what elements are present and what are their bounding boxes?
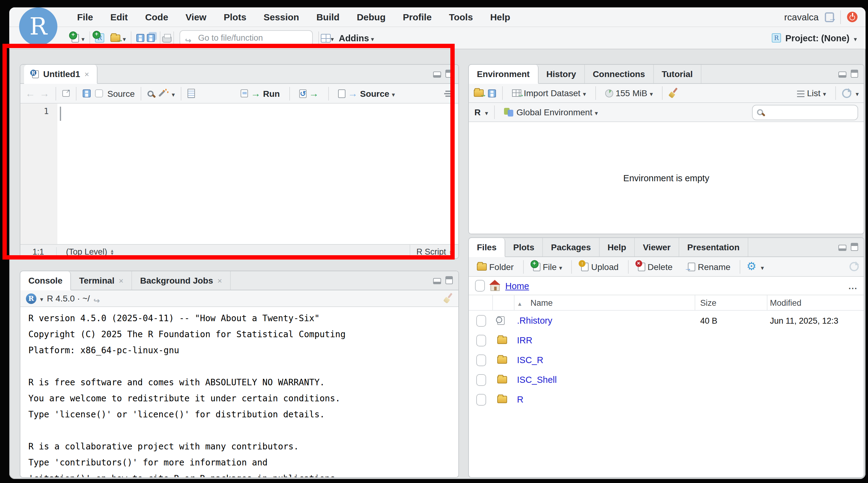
open-directory-icon[interactable] [93,295,102,302]
menu-file[interactable]: File [68,12,102,22]
file-type-selector[interactable]: R Script [410,245,458,259]
menu-debug[interactable]: Debug [348,12,394,22]
chevron-down-icon[interactable] [761,261,764,272]
go-to-file-box[interactable] [180,30,313,46]
forward-icon[interactable]: → [39,88,49,99]
file-row[interactable]: R [469,390,864,409]
new-blank-file-button[interactable]: File [530,261,565,272]
menu-session[interactable]: Session [255,12,308,22]
chevron-down-icon[interactable] [856,88,859,99]
menu-plots[interactable]: Plots [215,12,255,22]
tab-connections[interactable]: Connections [585,65,654,83]
list-view-selector[interactable]: List [794,88,829,99]
close-icon[interactable]: × [217,276,222,285]
document-outline-icon[interactable] [444,90,454,97]
tab-help[interactable]: Help [600,238,635,256]
file-row[interactable]: ISC_R [469,350,864,370]
source-on-save-checkbox[interactable] [95,89,103,97]
save-all-icon[interactable] [147,34,155,42]
tab-packages[interactable]: Packages [543,238,599,256]
menu-edit[interactable]: Edit [102,12,137,22]
open-in-new-window-icon[interactable] [62,90,70,97]
go-to-file-input[interactable] [198,33,297,42]
source-button[interactable]: → Source [335,88,398,99]
code-tools-wand-icon[interactable] [158,89,167,98]
code-editor[interactable]: 1 [20,103,458,244]
path-more-button[interactable]: ... [848,281,858,291]
header-modified[interactable]: Modified [768,295,864,310]
file-row[interactable]: .Rhistory 40 B Jun 11, 2025, 12:3 [469,311,864,330]
new-folder-button[interactable]: Folder [474,262,517,271]
minimize-pane-icon[interactable] [433,278,441,284]
find-replace-icon[interactable] [148,90,154,96]
tab-files[interactable]: Files [469,238,505,257]
save-icon[interactable] [136,34,144,42]
menu-build[interactable]: Build [308,12,348,22]
row-checkbox[interactable] [476,374,486,386]
gear-icon[interactable] [746,261,756,272]
addins-button[interactable]: Addins [339,33,369,43]
upload-button[interactable]: Upload [578,262,622,271]
global-environment-selector[interactable]: Global Environment [501,107,601,118]
row-checkbox[interactable] [476,315,486,326]
rerun-button[interactable]: → [296,89,322,98]
source-tab-untitled1[interactable]: R Untitled1 × [24,65,98,84]
tab-plots[interactable]: Plots [505,238,543,256]
tab-viewer[interactable]: Viewer [635,238,679,256]
close-icon[interactable]: × [119,276,123,285]
chevron-down-icon[interactable] [371,32,374,43]
minimize-pane-icon[interactable] [838,245,846,251]
tab-terminal[interactable]: Terminal × [71,271,132,290]
open-file-button[interactable] [107,32,129,43]
maximize-pane-icon[interactable] [445,70,453,78]
folder-link[interactable]: ISC_Shell [517,375,557,385]
row-checkbox[interactable] [476,394,486,405]
console-output[interactable]: R version 4.5.0 (2025-04-11) -- "How Abo… [20,307,458,478]
menu-profile[interactable]: Profile [394,12,440,22]
load-workspace-icon[interactable] [474,89,484,97]
refresh-icon[interactable] [849,262,859,271]
pane-layout-icon[interactable] [321,34,331,42]
tab-tutorial[interactable]: Tutorial [654,65,702,83]
maximize-pane-icon[interactable] [851,70,858,78]
environment-search-box[interactable] [752,104,858,120]
folder-link[interactable]: ISC_R [517,355,543,365]
delete-button[interactable]: Delete [634,262,676,271]
run-button[interactable]: → Run [238,89,283,98]
environment-search-input[interactable] [767,107,847,117]
row-checkbox[interactable] [476,334,486,346]
row-checkbox[interactable] [476,354,486,366]
refresh-icon[interactable] [842,89,851,98]
close-icon[interactable]: × [85,69,89,78]
new-project-button[interactable] [92,33,107,42]
select-all-checkbox[interactable] [475,280,485,292]
clear-console-icon[interactable] [443,293,453,303]
file-row[interactable]: ISC_Shell [469,370,864,390]
clear-environment-icon[interactable] [669,88,678,98]
menu-tools[interactable]: Tools [440,12,482,22]
scope-selector[interactable]: (Top Level) [66,247,114,256]
new-file-button[interactable] [68,32,88,43]
breadcrumb-home-link[interactable]: Home [505,281,529,291]
file-link[interactable]: .Rhistory [517,316,552,325]
folder-link[interactable]: R [517,394,523,405]
r-version-icon[interactable] [26,293,36,303]
compile-report-icon[interactable] [188,89,195,98]
save-icon[interactable] [83,89,91,97]
chevron-down-icon[interactable] [392,88,395,99]
back-icon[interactable]: ← [25,88,35,99]
header-size[interactable]: Size [695,295,768,310]
project-selector[interactable]: Project: (None) [772,32,866,43]
save-workspace-icon[interactable] [488,89,496,97]
rename-button[interactable]: Rename [680,262,734,271]
tab-background-jobs[interactable]: Background Jobs × [132,271,231,290]
tab-presentation[interactable]: Presentation [679,238,748,256]
memory-usage-button[interactable]: 155 MiB [602,88,656,99]
maximize-pane-icon[interactable] [851,243,858,251]
print-icon[interactable] [162,36,172,42]
tab-console[interactable]: Console [20,271,71,290]
chevron-down-icon[interactable] [172,88,175,99]
chevron-down-icon[interactable] [82,32,85,43]
file-row[interactable]: IRR [469,330,864,350]
tab-environment[interactable]: Environment [469,65,538,84]
